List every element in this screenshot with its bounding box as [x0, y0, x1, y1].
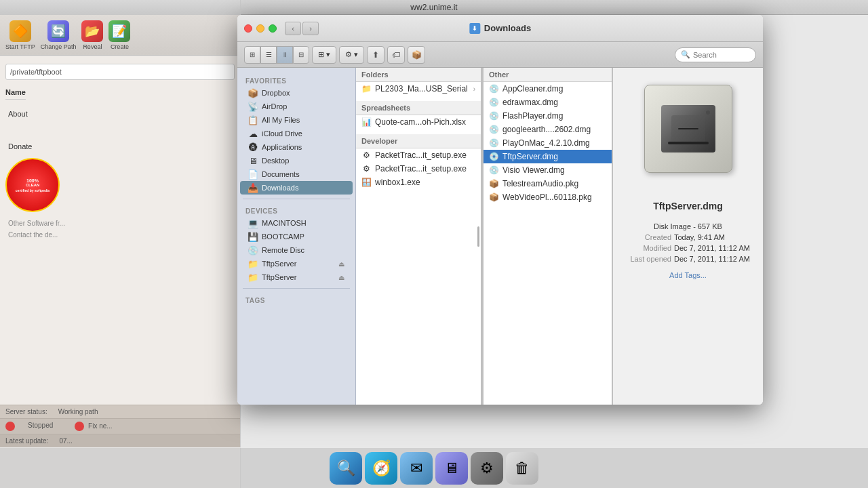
traffic-lights: [244, 24, 277, 33]
donate-menu-item[interactable]: Donate: [5, 140, 235, 152]
column1-scroll-handle[interactable]: [477, 226, 479, 247]
telestream-label: TelestreamAudio.pkg: [502, 179, 578, 188]
sidebar-dropbox-label: Dropbox: [262, 89, 290, 97]
dock: 🔍 🧭 ✉ 🖥 ⚙ 🗑: [0, 447, 868, 488]
add-tags-button[interactable]: Add Tags...: [669, 271, 707, 279]
sidebar-item-bootcamp[interactable]: 💾 BOOTCAMP: [240, 230, 353, 243]
quote-cam-item[interactable]: 📊 Quote-cam...oh-Pich.xlsx: [356, 115, 481, 129]
dock-prefs[interactable]: ⚙: [471, 452, 503, 485]
sidebar-item-dropbox[interactable]: 📦 Dropbox: [240, 86, 353, 100]
downloads-folder-icon: ⬇: [469, 23, 480, 34]
preview-size: 657 KB: [698, 222, 722, 230]
disk-line: [678, 128, 698, 129]
sidebar-item-tftpserver-1[interactable]: 📁 TftpServer ⏏: [240, 257, 353, 270]
pl2303-item[interactable]: 📁 PL2303_Ma...USB_Serial ›: [356, 82, 481, 96]
fix-label: Fix ne...: [88, 422, 113, 430]
disk-inner: [671, 115, 705, 142]
modified-label: Modified: [624, 244, 671, 252]
finder-titlebar: ‹ › ⬇ Downloads: [237, 15, 763, 42]
start-tftp-button[interactable]: 🔶 Start TFTP: [5, 20, 35, 50]
flashplayer-label: FlashPlayer.dmg: [502, 111, 563, 121]
sidebar-documents-label: Documents: [262, 170, 300, 178]
close-button[interactable]: [244, 24, 252, 33]
share-btn[interactable]: ⬆: [367, 46, 384, 64]
coverflow-view-btn[interactable]: ⊟: [293, 46, 309, 64]
create-button[interactable]: 📝 Create: [108, 20, 130, 50]
action-btn[interactable]: ⚙ ▾: [339, 46, 364, 64]
other-column: Other 💿 AppCleaner.dmg 💿 edrawmax.dmg 💿 …: [484, 68, 612, 405]
edrawmax-item[interactable]: 💿 edrawmax.dmg: [484, 96, 612, 109]
path-value: /private/tftpboot: [10, 68, 62, 76]
search-input[interactable]: [693, 51, 747, 59]
appcleaner-item[interactable]: 💿 AppCleaner.dmg: [484, 82, 612, 96]
dropbox-btn[interactable]: 📦: [408, 46, 425, 64]
preview-icon-container: [634, 81, 743, 190]
back-button[interactable]: ‹: [285, 22, 301, 35]
tftpserver-dmg-icon: 💿: [489, 152, 498, 161]
xlsx-icon: 📊: [361, 117, 371, 127]
sidebar-item-downloads[interactable]: 📥 Downloads: [240, 181, 353, 195]
name-col-header: Name: [5, 85, 26, 100]
googleearth-label: googleearth....2602.dmg: [502, 125, 591, 134]
minimize-button[interactable]: [256, 24, 264, 33]
dock-mail[interactable]: ✉: [400, 452, 433, 485]
dock-apps[interactable]: 🖥: [435, 452, 468, 485]
packettrac1-item[interactable]: ⚙ PacketTrac...it_setup.exe: [356, 148, 481, 162]
sidebar-item-applications[interactable]: 🅐 Applications: [240, 140, 353, 154]
tag-btn[interactable]: 🏷: [387, 46, 405, 64]
sidebar-item-desktop[interactable]: 🖥 Desktop: [240, 154, 353, 167]
downloads-icon: 📥: [248, 183, 258, 192]
sidebar-item-remote-disc[interactable]: 💿 Remote Disc: [240, 243, 353, 257]
eject-icon-2[interactable]: ⏏: [338, 274, 344, 281]
sidebar-item-icloud[interactable]: ☁ iCloud Drive: [240, 127, 353, 140]
visio-icon: 💿: [489, 165, 498, 175]
preview-type: Disk Image: [654, 222, 691, 230]
bg-content: /private/tftpboot Name About Donate 100%…: [0, 56, 240, 246]
search-box[interactable]: 🔍: [675, 47, 756, 62]
finder-window: ‹ › ⬇ Downloads ⊞ ☰ ⫴ ⊟ ⊞ ▾ ⚙ ▾ ⬆ 🏷 📦 🔍: [237, 15, 763, 405]
packettrac2-item[interactable]: ⚙ PacketTrac...it_setup.exe: [356, 162, 481, 176]
arrange-chevron: ▾: [326, 50, 330, 59]
devices-label: Devices: [237, 203, 355, 216]
winbox1-item[interactable]: 🪟 winbox1.exe: [356, 176, 481, 189]
maximize-button[interactable]: [269, 24, 277, 33]
disk-bg: [644, 85, 732, 173]
icon-view-btn[interactable]: ⊞: [244, 46, 260, 64]
flashplayer-item[interactable]: 💿 FlashPlayer.dmg: [484, 109, 612, 123]
dock-safari[interactable]: 🧭: [365, 452, 397, 485]
sidebar-item-airdrop[interactable]: 📡 AirDrop: [240, 100, 353, 113]
sidebar-bootcamp-label: BOOTCAMP: [262, 232, 304, 241]
webvideo-item[interactable]: 📦 WebVideoPl...60118.pkg: [484, 190, 612, 204]
change-path-label: Change Path: [41, 43, 77, 50]
list-view-btn[interactable]: ☰: [260, 46, 277, 64]
arrange-btn[interactable]: ⊞ ▾: [312, 46, 336, 64]
status-dot-fix: [75, 422, 84, 431]
googleearth-item[interactable]: 💿 googleearth....2602.dmg: [484, 123, 612, 136]
sidebar-tftpserver2-label: TftpServer: [262, 273, 296, 281]
reveal-icon: 📂: [81, 20, 103, 42]
sidebar-item-tftpserver-2[interactable]: 📁 TftpServer ⏏: [240, 270, 353, 284]
playonmac-item[interactable]: 💿 PlayOnMac_4.2.10.dmg: [484, 136, 612, 150]
about-menu-item[interactable]: About: [5, 108, 235, 120]
reveal-button[interactable]: 📂 Reveal: [81, 20, 103, 50]
dock-trash[interactable]: 🗑: [506, 452, 538, 485]
contact-item: Contact the de...: [5, 229, 235, 241]
latest-update-value: 07...: [59, 437, 72, 445]
tftpserver-dmg-item[interactable]: 💿 TftpServer.dmg: [484, 150, 612, 163]
eject-icon-1[interactable]: ⏏: [338, 260, 344, 268]
appcleaner-label: AppCleaner.dmg: [502, 84, 563, 94]
preview-pane: TftpServer.dmg Disk Image - 657 KB Creat…: [612, 68, 763, 405]
forward-button[interactable]: ›: [302, 22, 319, 35]
column-view-btn[interactable]: ⫴: [277, 46, 293, 64]
change-path-button[interactable]: 🔄 Change Path: [41, 20, 77, 50]
telestream-item[interactable]: 📦 TelestreamAudio.pkg: [484, 177, 612, 190]
playonmac-label: PlayOnMac_4.2.10.dmg: [502, 138, 590, 148]
sidebar-item-documents[interactable]: 📄 Documents: [240, 167, 353, 181]
dock-finder[interactable]: 🔍: [330, 452, 362, 485]
flashplayer-icon: 💿: [489, 111, 498, 121]
status-dot-stopped: [5, 422, 15, 431]
sidebar-item-all-my-files[interactable]: 📋 All My Files: [240, 113, 353, 127]
visio-item[interactable]: 💿 Visio Viewer.dmg: [484, 163, 612, 177]
sidebar-item-macintosh[interactable]: 💻 MACINTOSH: [240, 216, 353, 230]
sidebar: Favorites 📦 Dropbox 📡 AirDrop 📋 All My F…: [237, 68, 356, 405]
